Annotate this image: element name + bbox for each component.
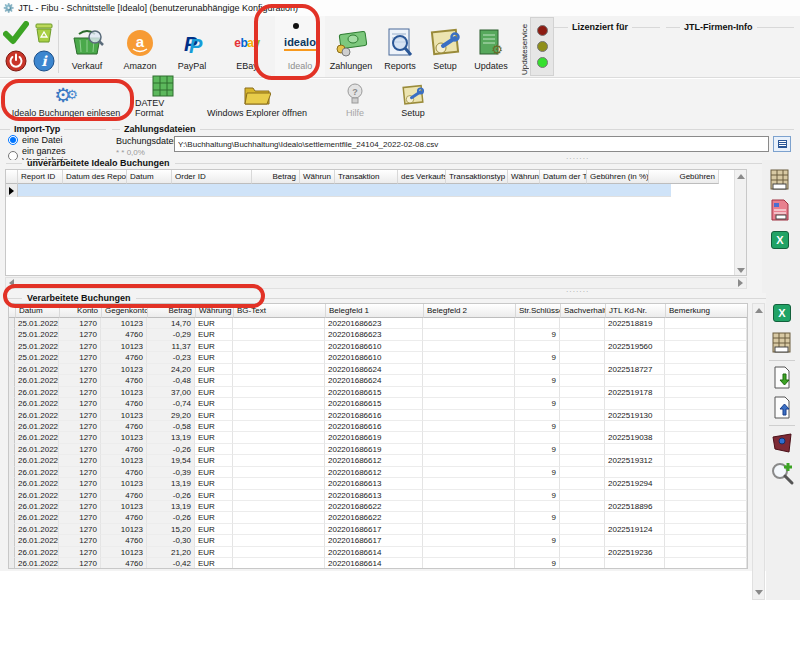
- column-header[interactable]: Konto: [60, 304, 102, 318]
- toolbar-button-reports[interactable]: Reports: [377, 16, 423, 77]
- column-header[interactable]: Datum der Tr: [540, 170, 587, 184]
- zoom-details-button[interactable]: [768, 460, 796, 486]
- hilfe-button[interactable]: ? Hilfe: [332, 79, 378, 122]
- datev-format-button[interactable]: DATEV Format: [132, 79, 194, 122]
- unprocessed-vscrollbar[interactable]: [734, 170, 746, 276]
- ok-button[interactable]: [3, 20, 29, 46]
- toolbar-button-idealo[interactable]: idealo Idealo: [275, 16, 325, 77]
- export-csv-button[interactable]: [768, 330, 796, 356]
- table-row[interactable]: 25.01.202212704760-0,29EUR2022016866239: [9, 329, 747, 340]
- column-header[interactable]: Belegfeld 1: [326, 304, 424, 318]
- exit-button[interactable]: [3, 48, 29, 74]
- table-row[interactable]: 26.01.202212704760-0,39EUR2022016866129: [9, 467, 747, 478]
- table-row[interactable]: 25.01.202212701012311,37EUR2022016866102…: [9, 341, 747, 352]
- table-row[interactable]: 26.01.202212704760-0,26EUR2022016866199: [9, 444, 747, 455]
- radio-input[interactable]: [8, 135, 18, 145]
- splitter-grip-2[interactable]: ·······: [566, 288, 589, 295]
- column-header[interactable]: Betrag: [252, 170, 300, 184]
- table-row[interactable]: 26.01.202212704760-0,58EUR2022016866169: [9, 421, 747, 432]
- table-row[interactable]: 25.01.202212704760-0,23EUR2022016866109: [9, 352, 747, 363]
- table-row[interactable]: 26.01.202212704760-0,30EUR2022016866179: [9, 535, 747, 546]
- radio-eine-datei[interactable]: eine Datei: [0, 134, 112, 145]
- column-header[interactable]: Währung: [196, 304, 234, 318]
- column-header[interactable]: Gebühren: [649, 170, 719, 184]
- scroll-up-icon[interactable]: [755, 308, 763, 313]
- export-csv-button[interactable]: [766, 167, 794, 193]
- unprocessed-hscrollbar[interactable]: [5, 277, 747, 289]
- table-row[interactable]: 26.01.202212701012321,20EUR2022016866142…: [9, 547, 747, 558]
- table-row[interactable]: 26.01.202212701012337,00EUR2022016866152…: [9, 387, 747, 398]
- processed-vscrollbar[interactable]: [752, 303, 765, 600]
- table-row[interactable]: 26.01.202212701012313,19EUR2022016866192…: [9, 432, 747, 443]
- column-header[interactable]: Gegenkonto: [102, 304, 148, 318]
- toolbar-button-verkauf[interactable]: Verkauf: [59, 16, 115, 77]
- cell: 26.01.2022: [15, 558, 59, 569]
- toolbar-button-amazon[interactable]: a Amazon: [115, 16, 165, 77]
- table-row[interactable]: 26.01.202212701012315,20EUR2022016866172…: [9, 524, 747, 535]
- toolbar-button-ebay[interactable]: ebay EBay: [219, 16, 275, 77]
- column-header[interactable]: Transaktion: [335, 170, 398, 184]
- column-header[interactable]: [6, 170, 18, 184]
- column-header[interactable]: Str.Schlüssel: [516, 304, 561, 318]
- export-excel-button[interactable]: X: [768, 300, 796, 326]
- scroll-up-icon[interactable]: [737, 174, 745, 179]
- column-header[interactable]: Datum: [127, 170, 172, 184]
- column-header[interactable]: des Verkaufs: [398, 170, 446, 184]
- column-header[interactable]: BG-Text: [234, 304, 326, 318]
- table-row[interactable]: 26.01.202212701012319,54EUR2022016866122…: [9, 455, 747, 466]
- idealo-buchungen-einlesen-button[interactable]: ⚙⚙ Idealo Buchungen einlesen: [0, 79, 132, 122]
- info-button[interactable]: i: [31, 48, 57, 74]
- column-header[interactable]: JTL Kd-Nr.: [606, 304, 666, 318]
- unprocessed-table[interactable]: Report IDDatum des ReportDatumOrder IDBe…: [5, 169, 747, 276]
- stamp-button[interactable]: [768, 430, 796, 456]
- windows-explorer-button[interactable]: Windows Explorer öffnen: [194, 79, 320, 122]
- table-row[interactable]: 25.01.202212701012314,70EUR2022016866232…: [9, 318, 747, 329]
- table-row[interactable]: 26.01.202212704760-0,42EUR2022016866149: [9, 558, 747, 569]
- buchungsdatei-path-input[interactable]: [174, 136, 769, 152]
- export-excel-button[interactable]: X: [766, 227, 794, 253]
- table-row[interactable]: 26.01.202212701012313,19EUR2022016866222…: [9, 501, 747, 512]
- processed-table[interactable]: DatumKontoGegenkontoBetragWährungBG-Text…: [8, 303, 748, 569]
- cell: [605, 329, 665, 340]
- scroll-down-icon[interactable]: [737, 268, 745, 273]
- cell: [560, 512, 605, 523]
- column-header[interactable]: Order ID: [172, 170, 252, 184]
- scroll-right-icon[interactable]: [738, 279, 743, 287]
- column-header[interactable]: Transaktionstyp: [446, 170, 508, 184]
- import-download-button[interactable]: [768, 365, 796, 391]
- table-row[interactable]: 26.01.202212701012329,20EUR2022016866162…: [9, 410, 747, 421]
- table-row[interactable]: 26.01.202212704760-0,74EUR2022016866159: [9, 398, 747, 409]
- table-row[interactable]: 26.01.202212701012313,19EUR2022016866132…: [9, 478, 747, 489]
- column-header[interactable]: Sachverhalt: [561, 304, 606, 318]
- column-header[interactable]: Betrag: [148, 304, 196, 318]
- quick-actions: i: [0, 16, 58, 77]
- toolbar-button-updates[interactable]: ⚙ Updates: [467, 16, 515, 77]
- export-pdf-button[interactable]: [766, 197, 794, 223]
- discard-button[interactable]: [31, 20, 57, 46]
- selected-empty-row[interactable]: [6, 184, 746, 197]
- splitter-grip[interactable]: ·······: [566, 155, 589, 162]
- column-header[interactable]: Bemerkung: [666, 304, 748, 318]
- import-upload-button[interactable]: [768, 395, 796, 421]
- table-row[interactable]: 26.01.202212701012324,20EUR2022016866242…: [9, 364, 747, 375]
- column-header[interactable]: Gebühren (in %): [587, 170, 649, 184]
- scroll-down-icon[interactable]: [755, 590, 763, 595]
- table-row[interactable]: 26.01.202212704760-0,26EUR2022016866139: [9, 490, 747, 501]
- table-row[interactable]: 26.01.202212704760-0,48EUR2022016866249: [9, 375, 747, 386]
- column-header[interactable]: Währun: [508, 170, 540, 184]
- browse-icon: [778, 140, 787, 148]
- column-header[interactable]: Datum des Report: [63, 170, 127, 184]
- column-header[interactable]: Report ID: [18, 170, 63, 184]
- toolbar-button-paypal[interactable]: P P PayPal: [165, 16, 219, 77]
- column-header[interactable]: Belegfeld 2: [424, 304, 516, 318]
- browse-button[interactable]: [773, 136, 791, 152]
- buchungsdatei-label: Buchungsdatei: [116, 136, 174, 146]
- column-header[interactable]: [9, 304, 16, 318]
- column-header[interactable]: Währun: [300, 170, 335, 184]
- table-row[interactable]: 26.01.202212704760-0,26EUR2022016866229: [9, 512, 747, 523]
- toolbar-button-zahlungen[interactable]: Zahlungen: [325, 16, 377, 77]
- column-header[interactable]: Datum: [16, 304, 60, 318]
- toolbar-button-setup[interactable]: Setup: [423, 16, 467, 77]
- scroll-left-icon[interactable]: [9, 279, 14, 287]
- setup2-button[interactable]: Setup: [390, 79, 436, 122]
